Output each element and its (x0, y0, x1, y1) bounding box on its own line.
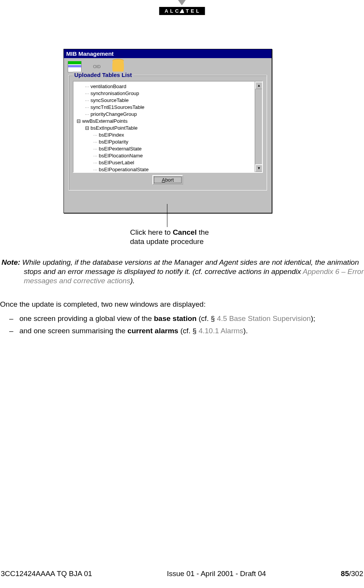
tree-item[interactable]: ··· syncSourceTable (77, 97, 260, 104)
tree-item[interactable]: ··· bsEIPlocationName (77, 152, 260, 159)
list-item: and one screen summarising the current a… (9, 325, 315, 337)
scroll-down-button[interactable]: ▼ (255, 164, 263, 172)
tree-item[interactable]: ··· ventilationBoard (77, 83, 260, 90)
tree-item[interactable]: ⊟ bsExtInputPointTable (77, 125, 260, 132)
window-status-area (64, 194, 272, 213)
brand-name: ALCATEL (159, 7, 205, 15)
tree-item[interactable]: ··· priorityChangeGroup (77, 111, 260, 118)
tree-item[interactable]: ··· bsEIPindex (77, 132, 260, 139)
table-icon (68, 61, 82, 72)
paragraph: Once the update is completed, two new wi… (0, 300, 205, 309)
tree-listbox[interactable]: ··· ventilationBoard ··· synchronisation… (73, 81, 263, 173)
tree-item[interactable]: ··· synchronisationGroup (77, 90, 260, 97)
abort-button[interactable]: Abort (152, 175, 183, 185)
doc-number: 3CC12424AAAA TQ BJA 01 (1, 570, 92, 578)
doc-issue: Issue 01 - April 2001 - Draft 04 (167, 570, 266, 578)
group-title: Uploaded Tables List (73, 72, 134, 78)
tree-item[interactable]: ··· bsEIPoperationalState (77, 166, 260, 173)
callout-text: Click here to Cancel the data update pro… (130, 228, 209, 246)
logo-pointer-icon (178, 0, 186, 5)
tree-item[interactable]: ⊟ wwBsExternalPoints (77, 118, 260, 125)
database-icon (112, 60, 124, 73)
list-item: one screen providing a global view of th… (9, 312, 315, 325)
logo-triangle-icon (180, 9, 184, 13)
uploaded-tables-group: Uploaded Tables List ··· ventilationBoar… (68, 75, 267, 190)
tree-item[interactable]: ··· syncTntE1SourcesTable (77, 104, 260, 111)
note-paragraph: Note: While updating, if the database ve… (0, 258, 364, 286)
scroll-up-button[interactable]: ▲ (255, 82, 263, 89)
oid-label: OID (93, 64, 101, 69)
callout-leader-line (167, 204, 167, 227)
tree-item[interactable]: ··· bsEIPuserLabel (77, 159, 260, 166)
window-title: MIB Management (64, 49, 272, 58)
page-number: 85/302 (341, 570, 363, 578)
page-footer: 3CC12424AAAA TQ BJA 01 Issue 01 - April … (0, 570, 364, 578)
tree-item[interactable]: ··· bsEIPpolarity (77, 139, 260, 145)
scrollbar[interactable]: ▲ ▼ (255, 82, 262, 172)
brand-logo: ALCATEL (159, 0, 205, 15)
tree-item[interactable]: ··· bsEIPexternalState (77, 145, 260, 152)
bullet-list: one screen providing a global view of th… (9, 312, 315, 337)
mib-window: MIB Management OID Uploaded Tables List … (63, 49, 272, 213)
